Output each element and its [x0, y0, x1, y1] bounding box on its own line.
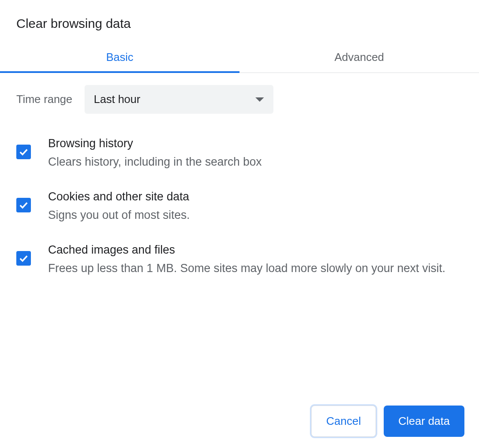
tab-basic[interactable]: Basic — [0, 43, 240, 73]
tabs: Basic Advanced — [0, 43, 479, 73]
time-range-value: Last hour — [94, 93, 140, 106]
option-title: Cookies and other site data — [48, 190, 463, 203]
dialog-footer: Cancel Clear data — [0, 406, 479, 448]
dropdown-arrow-icon — [255, 97, 264, 102]
time-range-row: Time range Last hour — [16, 85, 463, 114]
option-text: Cookies and other site data Signs you ou… — [48, 190, 463, 224]
check-icon — [18, 147, 29, 157]
cancel-button[interactable]: Cancel — [311, 406, 376, 437]
checkbox-browsing-history[interactable] — [16, 145, 31, 159]
option-desc: Signs you out of most sites. — [48, 207, 463, 224]
option-desc: Frees up less than 1 MB. Some sites may … — [48, 260, 463, 277]
time-range-label: Time range — [16, 93, 73, 106]
tab-advanced[interactable]: Advanced — [240, 43, 479, 73]
option-cache: Cached images and files Frees up less th… — [16, 243, 463, 277]
option-browsing-history: Browsing history Clears history, includi… — [16, 137, 463, 170]
option-desc: Clears history, including in the search … — [48, 154, 463, 170]
option-title: Browsing history — [48, 137, 463, 150]
check-icon — [18, 253, 29, 263]
option-title: Cached images and files — [48, 243, 463, 257]
time-range-select[interactable]: Last hour — [85, 85, 273, 114]
checkbox-cookies[interactable] — [16, 198, 31, 212]
option-text: Cached images and files Frees up less th… — [48, 243, 463, 277]
checkbox-cache[interactable] — [16, 251, 31, 266]
option-text: Browsing history Clears history, includi… — [48, 137, 463, 170]
check-icon — [18, 200, 29, 210]
dialog-content: Time range Last hour Browsing history Cl… — [0, 73, 479, 406]
dialog-title: Clear browsing data — [0, 0, 479, 43]
clear-browsing-data-dialog: Clear browsing data Basic Advanced Time … — [0, 0, 479, 448]
option-cookies: Cookies and other site data Signs you ou… — [16, 190, 463, 224]
clear-data-button[interactable]: Clear data — [384, 406, 464, 437]
